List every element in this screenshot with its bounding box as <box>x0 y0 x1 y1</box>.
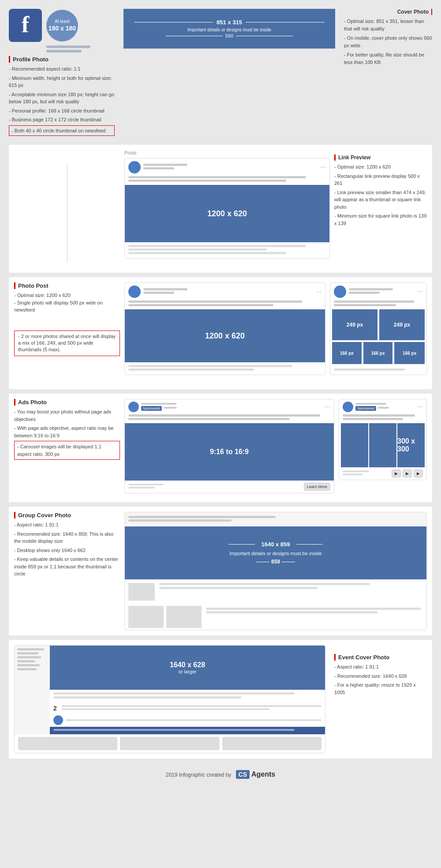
group-note-1: - Aspect ratio: 1.91:1 <box>14 521 120 529</box>
at-least-text: At least <box>55 19 69 24</box>
adf2-line-2 <box>343 473 363 475</box>
group-mockup: 1640 x 859 Important details or designs … <box>124 512 427 630</box>
adf-line-1 <box>128 484 164 485</box>
group-arrow-left <box>228 544 255 545</box>
event-tab-3 <box>222 737 321 750</box>
profile-note-1: - Recommended aspect ratio: 1:1 <box>9 65 115 73</box>
event-cover-title: 1640 x 628 <box>170 661 205 669</box>
photo-post-image-label: 1200 x 620 <box>205 331 245 341</box>
ad-content-lines <box>125 414 334 423</box>
ev-line-2 <box>53 696 241 699</box>
multi-photo-grid: 249 px 249 px 166 px 166 px <box>330 309 426 366</box>
photo-post-header-lines <box>143 288 313 295</box>
mp-line-1 <box>334 301 414 303</box>
event-avatar-icon <box>53 715 63 725</box>
bot-mid-label: 166 px <box>371 351 385 356</box>
main-container: f At least 180 x 180 Profile Photo - Rec… <box>0 0 441 790</box>
learn-more-button[interactable]: Learn More <box>304 483 330 491</box>
group-h-line-1 <box>128 516 276 518</box>
group-inner-label: Important details or designs must be ins… <box>229 550 321 557</box>
profile-note-2: - Minimum width, height or both for opti… <box>9 75 115 89</box>
profile-bar-2 <box>46 50 82 53</box>
ad-dots-1: ··· <box>325 403 330 411</box>
profile-note-5: - Business page 172 x 172 circle thumbna… <box>9 116 115 124</box>
post-content-lines <box>125 176 329 185</box>
section5: Group Cover Photo - Aspect ratio: 1.91:1… <box>14 512 427 630</box>
group-footer-area <box>125 579 426 604</box>
content-line-2 <box>128 180 286 182</box>
ad2-content-lines <box>339 414 426 423</box>
photo-post-section: Photo Post - Optimal size: 1200 x 620 - … <box>9 277 432 389</box>
gt-line-1 <box>206 608 421 610</box>
photo-post-header: ··· <box>125 283 325 301</box>
carousel-btn-1[interactable]: ▶ <box>392 470 401 477</box>
photo-box-bot-right: 166 px <box>394 342 425 364</box>
gfl-2 <box>159 587 318 589</box>
event-row-lines <box>61 705 321 711</box>
section2-left <box>14 150 120 262</box>
profile-note-4: - Personal profile: 168 x 168 circle thu… <box>9 107 115 115</box>
group-cover-label: Group Cover Photo <box>14 512 120 519</box>
cover-photo-box: 851 x 315 Important details or designs m… <box>123 9 335 49</box>
sb-1 <box>17 648 44 650</box>
sponsored-row: Sponsored <box>141 406 322 411</box>
pp-line-2 <box>128 304 273 306</box>
multi-post-dots: ··· <box>417 288 423 296</box>
group-thumb-2 <box>166 606 202 628</box>
link-preview-post: Posts ··· <box>124 150 330 262</box>
sponsored-badge-1: Sponsored <box>141 406 162 411</box>
ad-header-1: Sponsored ··· <box>125 399 334 414</box>
ads-note-1: - You may boost your photo without page … <box>14 408 120 423</box>
multi-post-avatar <box>334 286 346 298</box>
carousel-img-1 <box>341 423 368 467</box>
group-header-bars <box>125 512 426 526</box>
ad-header-2: Sponsored ··· <box>339 399 426 414</box>
cover-inner-dimension: 560 <box>223 33 236 38</box>
at-least-circle: At least 180 x 180 <box>46 10 78 41</box>
adh-line-1 <box>141 403 176 405</box>
group-cover-section: Group Cover Photo - Aspect ratio: 1.91:1… <box>9 507 432 635</box>
ads-photo-label: Ads Photo <box>14 399 120 406</box>
multi-photo-top-row: 249 px 249 px <box>332 309 425 340</box>
ads-notes: - You may boost your photo without page … <box>14 408 120 460</box>
multi-photo-bottom-row: 166 px 166 px 166 px <box>332 342 425 364</box>
event-mockup: 1640 x 628 or larger 2 <box>14 645 325 753</box>
group-dimension: 1640 x 859 <box>258 541 292 548</box>
post-header: ··· <box>125 158 329 176</box>
ads-section: Ads Photo - You may boost your photo wit… <box>9 394 432 502</box>
mp-line-2 <box>334 304 396 306</box>
event-note-2: - Recommended size: 1640 x 628 <box>334 673 427 680</box>
link-note-1: - Optimal size: 1200 x 620 <box>334 163 427 171</box>
carousel-btn-3[interactable]: ▶ <box>414 470 423 477</box>
photo-post-label: Photo Post <box>14 282 120 289</box>
event-sidebar <box>15 646 50 734</box>
carousel-img-3: 300 x 300 <box>397 423 425 467</box>
footer-line-1 <box>128 245 306 247</box>
post-dots-icon: ··· <box>320 163 326 171</box>
photo-box-bot-left: 166 px <box>332 342 362 364</box>
section5-right: 1640 x 859 Important details or designs … <box>124 512 427 630</box>
section1-profile-cover: f At least 180 x 180 Profile Photo - Rec… <box>9 4 432 140</box>
section4: Ads Photo - You may boost your photo wit… <box>14 399 427 493</box>
cover-inner-text: Important details or designs must be ins… <box>187 27 271 32</box>
section3-left: Photo Post - Optimal size: 1200 x 620 - … <box>14 282 120 379</box>
sb-2 <box>17 652 38 654</box>
event-main: 1640 x 628 or larger 2 <box>50 646 325 734</box>
carousel-btn-2[interactable]: ▶ <box>403 470 412 477</box>
section5-left: Group Cover Photo - Aspect ratio: 1.91:1… <box>14 512 120 630</box>
link-preview-image: 1200 x 620 <box>125 185 329 242</box>
section3-center: ··· 1200 x 620 <box>124 282 325 379</box>
photo-box-top-left: 249 px <box>332 309 377 340</box>
ad-avatar-1 <box>128 402 139 412</box>
event-cover-img: 1640 x 628 or larger <box>50 646 325 690</box>
carousel-img-2 <box>369 423 396 467</box>
link-note-3: - Link preview size smaller than 474 x 2… <box>334 189 427 211</box>
spacer <box>14 314 120 327</box>
sb-5 <box>17 664 40 666</box>
section3-right: ··· 249 px 249 px <box>330 282 427 379</box>
adf-line-2 <box>128 487 155 488</box>
eab-line <box>53 729 295 731</box>
pph-line-2 <box>143 292 174 294</box>
section4-left: Ads Photo - You may boost your photo wit… <box>14 399 120 493</box>
sponsored-row-2: Sponsored <box>355 406 415 411</box>
